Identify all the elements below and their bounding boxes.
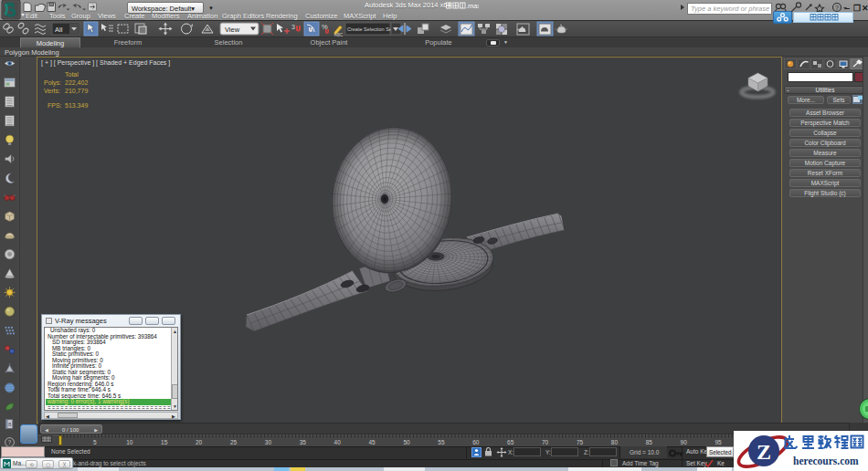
svg-text:%: %	[322, 23, 328, 31]
svg-text:85: 85	[646, 439, 653, 445]
svg-text:5: 5	[93, 439, 97, 445]
svg-text:75: 75	[577, 439, 584, 445]
svg-text:55: 55	[438, 439, 445, 445]
svg-text:15: 15	[161, 439, 168, 445]
svg-text:20: 20	[196, 439, 203, 445]
svg-text:25: 25	[230, 439, 238, 445]
svg-text:View: View	[225, 26, 240, 34]
svg-text:45: 45	[368, 439, 376, 445]
svg-text:40: 40	[334, 439, 342, 445]
svg-text:herecours.com: herecours.com	[793, 455, 859, 466]
svg-text:All: All	[55, 26, 63, 34]
svg-text:Z: Z	[757, 440, 771, 464]
svg-text:50: 50	[403, 439, 410, 445]
svg-text:3: 3	[291, 24, 295, 30]
svg-text:80: 80	[611, 439, 619, 445]
svg-text:?: ?	[835, 5, 839, 11]
svg-text:95: 95	[715, 439, 722, 445]
svg-text:30: 30	[265, 439, 272, 445]
svg-text:90: 90	[681, 439, 688, 445]
svg-text:Create Selection Se: Create Selection Se	[347, 26, 392, 32]
svg-text:70: 70	[542, 439, 549, 445]
svg-text:60: 60	[472, 439, 480, 445]
svg-text:65: 65	[507, 439, 514, 445]
svg-text:35: 35	[300, 439, 307, 445]
svg-text:10: 10	[126, 439, 133, 445]
